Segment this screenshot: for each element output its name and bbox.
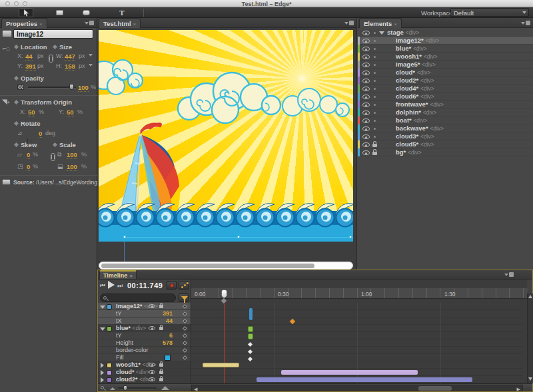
timeline-row-image12-tY[interactable]: tY391 <box>98 310 191 317</box>
play-icon[interactable] <box>108 281 115 289</box>
to-x-value[interactable]: 50 <box>28 108 35 116</box>
tab-close-icon[interactable]: × <box>394 21 397 27</box>
eye-icon[interactable] <box>362 39 370 43</box>
eye-icon[interactable] <box>362 95 370 99</box>
keyframe-diamond-icon[interactable] <box>14 142 19 147</box>
selection-handle[interactable] <box>237 236 240 238</box>
lock-placeholder-dot[interactable] <box>374 120 376 122</box>
timeline-vertical-scrollbar[interactable] <box>527 294 533 383</box>
transition-bar-blue-tY[interactable] <box>248 326 253 332</box>
go-to-start-icon[interactable]: ⏮ <box>100 282 105 290</box>
element-row-cloud3[interactable]: cloud3* <div> <box>358 132 533 140</box>
panel-menu-icon[interactable] <box>344 21 354 26</box>
stage-horizontal-scrollbar[interactable] <box>99 262 353 270</box>
eye-icon[interactable] <box>362 31 370 35</box>
element-row-stage[interactable]: stage <div> <box>358 29 533 37</box>
lock-placeholder-dot[interactable] <box>374 96 376 98</box>
timeline-row-blue-border-color[interactable]: border-color <box>98 347 191 354</box>
element-row-cloud6[interactable]: cloud6* <div> <box>358 93 533 100</box>
eye-icon[interactable] <box>362 79 370 83</box>
lock-placeholder-dot[interactable] <box>374 32 376 34</box>
timeline-row-image12[interactable]: Image12* <div> <box>98 303 191 310</box>
skew-y-value[interactable]: 0 <box>27 163 30 171</box>
unit-dropdown-icon[interactable] <box>89 64 93 67</box>
scroll-left-icon[interactable]: ◀ <box>194 387 197 392</box>
eye-icon[interactable] <box>362 87 370 91</box>
lock-icon[interactable] <box>372 144 377 147</box>
zoom-out-icon[interactable] <box>110 387 115 390</box>
lock-icon[interactable] <box>159 363 163 367</box>
timeline-row-image12-tX[interactable]: tX44 <box>98 317 191 325</box>
selection-handle[interactable] <box>123 236 126 238</box>
tab-close-icon[interactable]: × <box>129 273 133 279</box>
eye-icon[interactable] <box>149 326 155 330</box>
to-y-value[interactable]: 50 <box>67 108 74 116</box>
eye-icon[interactable] <box>362 118 370 123</box>
lock-placeholder-dot[interactable] <box>374 136 376 138</box>
keyframe-nav-icon[interactable] <box>183 304 187 309</box>
element-name-input[interactable] <box>13 29 93 39</box>
eye-icon[interactable] <box>362 63 370 67</box>
timeline-hscroll-thumb[interactable] <box>418 386 452 391</box>
tab-close-icon[interactable]: × <box>133 21 137 27</box>
scroll-up-icon[interactable] <box>528 295 532 298</box>
tab-elements[interactable]: Elements× <box>359 18 402 28</box>
scroll-down-icon[interactable] <box>528 377 532 381</box>
panel-menu-icon[interactable] <box>504 272 514 278</box>
scale-x-value[interactable]: 100 <box>67 151 77 159</box>
eye-icon[interactable] <box>362 110 370 115</box>
lock-placeholder-dot[interactable] <box>374 40 376 42</box>
lock-icon[interactable] <box>372 152 377 155</box>
timeline-horizontal-scrollbar[interactable]: ◀ ▶ <box>191 385 523 391</box>
disclosure-triangle-icon[interactable] <box>379 31 384 35</box>
element-row-cloud5[interactable]: cloud5* <div> <box>358 140 533 148</box>
keyframe-diamond-icon[interactable] <box>14 76 19 81</box>
eye-icon[interactable] <box>362 142 370 147</box>
element-row-frontwave[interactable]: frontwave* <div> <box>358 100 533 108</box>
w-value[interactable]: 447 <box>65 53 75 61</box>
eye-icon[interactable] <box>362 47 370 51</box>
scale-y-value[interactable]: 100 <box>67 163 77 171</box>
lock-icon[interactable] <box>159 371 163 374</box>
easing-button[interactable] <box>179 281 189 290</box>
scroll-right-icon[interactable]: ▶ <box>517 387 520 392</box>
keyframe-nav-icon[interactable] <box>183 348 187 353</box>
disclosure-triangle-icon[interactable] <box>101 377 104 383</box>
tab-properties[interactable]: Properties× <box>1 18 47 28</box>
link-dimensions-icon[interactable] <box>49 55 53 63</box>
auto-keyframe-button[interactable] <box>167 281 177 290</box>
timeline-row-blue-fill[interactable]: Fill <box>98 354 191 361</box>
tab-test-html[interactable]: Test.html× <box>99 18 141 28</box>
y-value[interactable]: 391 <box>25 63 36 71</box>
lock-icon[interactable] <box>159 327 163 330</box>
panel-menu-icon[interactable] <box>521 21 530 26</box>
lock-placeholder-dot[interactable] <box>374 80 376 82</box>
eye-icon[interactable] <box>149 377 155 381</box>
animation-span-woosh1[interactable] <box>203 363 239 367</box>
transition-bar-image12-tY[interactable] <box>249 308 253 320</box>
lock-placeholder-dot[interactable] <box>374 56 376 58</box>
lock-placeholder-dot[interactable] <box>374 64 376 66</box>
timeline-ruler[interactable]: 0:00 0:30 1:00 1:30 <box>191 288 528 299</box>
keyframe-nav-icon[interactable] <box>183 319 187 323</box>
timeline-search-input[interactable] <box>100 294 176 302</box>
lock-placeholder-dot[interactable] <box>374 104 376 106</box>
element-row-backwave[interactable]: backwave* <div> <box>358 124 533 132</box>
keyframe-diamond-icon[interactable] <box>53 142 57 147</box>
go-to-end-icon[interactable]: ⏭ <box>117 282 123 290</box>
rotate-value[interactable]: 0 <box>39 130 42 138</box>
lock-placeholder-dot[interactable] <box>374 128 376 130</box>
animation-span-cloud2[interactable] <box>257 377 472 382</box>
link-scale-icon[interactable] <box>51 153 55 161</box>
text-tool-button[interactable]: T <box>115 8 129 17</box>
eye-icon[interactable] <box>362 134 370 139</box>
element-row-blue[interactable]: blue* <div> <box>358 45 533 53</box>
timeline-zoom-slider-knob[interactable] <box>123 385 127 391</box>
h-value[interactable]: 158 <box>65 63 75 71</box>
animation-span-cloud[interactable] <box>281 370 418 375</box>
eye-icon[interactable] <box>362 55 370 59</box>
x-value[interactable]: 44 <box>25 53 33 61</box>
keyframe-nav-icon[interactable] <box>183 355 187 360</box>
disclosure-triangle-icon[interactable] <box>100 327 105 331</box>
panel-menu-icon[interactable] <box>85 21 94 26</box>
